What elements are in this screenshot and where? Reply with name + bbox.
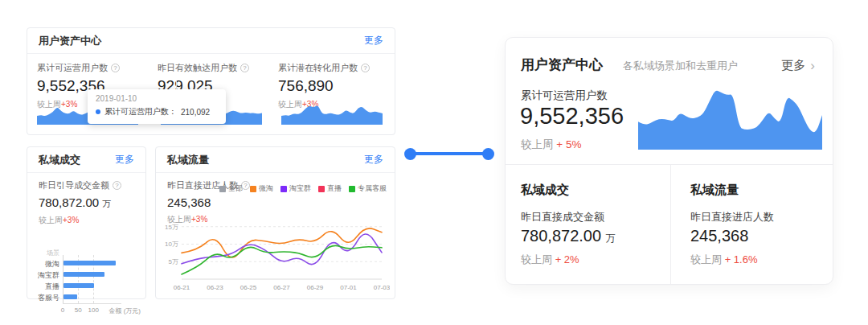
metric-delta: 较上周 + 5% [521,138,581,152]
help-icon[interactable]: ? [361,64,370,72]
metric-deal-amount: 昨日引导成交金额 ? 780,872.00 万 较上周+3% [39,179,121,226]
svg-text:07-03: 07-03 [374,284,390,291]
card-title: 用户资产中心 [39,34,101,48]
delta-value: +3% [63,216,79,224]
series-dot-icon [96,109,100,114]
svg-text:5万: 5万 [169,258,178,265]
chart-legend: 全部微淘淘宝群直播专属客服 [219,183,387,194]
card-subtitle: 各私域场景加和去重用户 [623,59,781,73]
card-title: 用户资产中心 [521,56,603,74]
metric-label: 昨日直接进店人数 [690,210,774,224]
connector-line [411,152,488,155]
connector-dot [404,148,416,160]
legend-swatch [250,186,256,192]
metric-label-row: 累计可运营用户数 ? [37,62,154,74]
legend-item[interactable]: 淘宝群 [280,183,311,194]
metric-unit: 万 [606,232,616,244]
metric-label: 累计可运营用户数 [37,62,108,74]
column-title: 私域流量 [690,183,739,198]
traffic-summary-column: 私域流量 昨日直接进店人数 245,368 较上周 + 1.6% [690,164,827,284]
metric-label: 累计可运营用户数 [521,88,608,103]
svg-text:15万: 15万 [165,224,178,231]
traffic-line-chart: 5万10万15万06-2106-2306-2506-2706-2907-0107… [161,213,390,294]
more-link[interactable]: 更多 › [781,58,815,73]
legend-item[interactable]: 专属客服 [349,183,387,194]
legend-item[interactable]: 直播 [318,183,342,194]
dashboard-page: 用户资产中心 更多 累计可运营用户数 ? 9,552,356 较上周+3% 昨日… [0,0,868,325]
legend-label: 直播 [327,183,342,194]
legend-swatch [219,186,226,192]
private-traffic-card: 私域流量 更多 昨日直接进店人数 ? 245,368 较上周+3% 全部微淘淘宝… [155,146,395,299]
metric-value: 756,890 [278,77,395,95]
metric-delta: 较上周+3% [39,215,121,226]
delta-value: + 5% [556,138,581,150]
chart-tooltip: 2019-01-10 累计可运营用户数：210,092 [88,89,226,124]
metric-label-row: 昨日有效触达用户数 ? [158,62,275,74]
legend-item[interactable]: 微淘 [250,183,273,194]
metric-label: 昨日直接成交金额 [521,210,604,224]
svg-text:06-29: 06-29 [307,284,324,291]
metric-delta: 较上周 + 2% [521,253,579,267]
private-deal-card: 私域成交 更多 昨日引导成交金额 ? 780,872.00 万 较上周+3% 场… [27,146,146,299]
card-header: 私域流量 更多 [156,147,395,173]
legend-swatch [280,186,287,192]
metric-value: 780,872.00 万 [39,195,121,210]
chevron-right-icon: › [810,59,815,72]
metric-label: 昨日有效触达用户数 [158,62,237,74]
metric-delta: 较上周 + 1.6% [690,253,757,267]
tooltip-date: 2019-01-10 [96,94,218,103]
delta-value: + 2% [555,253,579,265]
metric-label: 昨日引导成交金额 [39,179,109,191]
delta-value: + 1.6% [725,253,758,265]
help-icon[interactable]: ? [113,181,121,190]
svg-text:10万: 10万 [165,241,178,248]
card-header: 用户资产中心 更多 [27,28,395,54]
legend-label: 专属客服 [358,183,387,194]
card-title: 私域流量 [167,153,209,167]
legend-swatch [318,186,325,192]
legend-label: 淘宝群 [289,183,311,194]
more-link[interactable]: 更多 [364,34,383,47]
card-header: 私域成交 更多 [27,147,145,173]
deal-summary-column: 私域成交 昨日直接成交金额 780,872.00 万 较上周 + 2% [521,164,665,284]
sparkline-chart [281,99,383,125]
metric-label-row: 昨日引导成交金额 ? [39,179,121,191]
card-title: 私域成交 [39,153,80,167]
svg-text:06-21: 06-21 [174,284,190,291]
connector-dot [482,148,494,160]
more-link[interactable]: 更多 [364,153,383,167]
deal-bar-chart: 场景050100微淘淘宝群直播客服号金额 (万元) [35,249,141,315]
metric-label-row: 累计潜在转化用户数 ? [278,62,395,74]
metric-value: 245,368 [167,195,250,209]
metric-label: 累计潜在转化用户数 [278,62,358,74]
svg-text:06-27: 06-27 [273,284,290,291]
metric-unit: 万 [102,199,111,208]
legend-label: 微淘 [259,183,273,194]
help-icon[interactable]: ? [240,64,249,72]
metric-value: 9,552,356 [520,103,624,130]
vertical-divider [670,164,671,284]
legend-label: 全部 [228,183,243,194]
tooltip-value: 210,092 [181,108,210,117]
asset-area-chart [638,88,822,150]
metric-value: 780,872.00 万 [521,227,616,245]
metric-value: 245,368 [690,227,748,245]
legend-swatch [349,186,355,192]
svg-text:06-23: 06-23 [207,284,223,291]
column-title: 私域成交 [521,183,569,198]
tooltip-row: 累计可运营用户数：210,092 [96,106,218,117]
asset-summary-card: 用户资产中心 各私域场景加和去重用户 更多 › 累计可运营用户数 9,552,3… [505,37,833,285]
help-icon[interactable]: ? [111,64,120,72]
svg-text:06-25: 06-25 [240,284,257,291]
tooltip-label: 累计可运营用户数： [104,106,177,117]
card-header: 用户资产中心 各私域场景加和去重用户 更多 › [521,56,815,74]
more-link[interactable]: 更多 [115,153,134,167]
legend-item[interactable]: 全部 [219,183,243,194]
svg-text:07-01: 07-01 [340,284,357,291]
